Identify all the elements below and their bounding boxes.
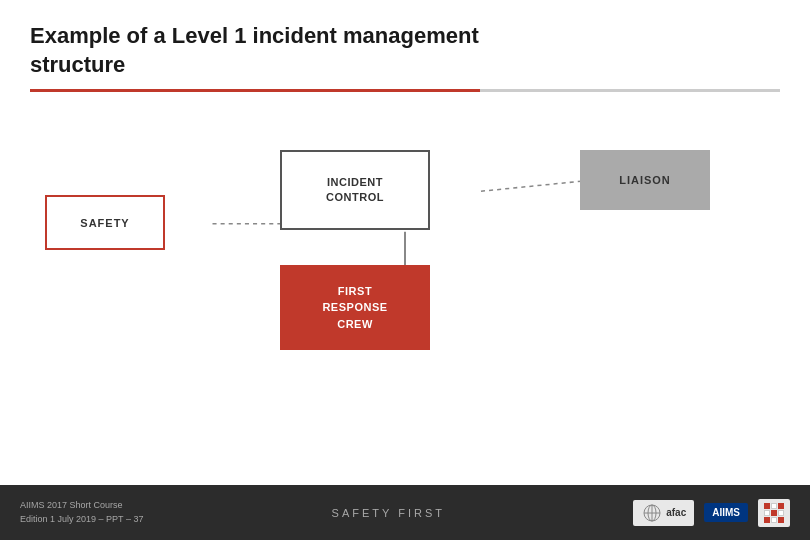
footer-left: AIIMS 2017 Short Course Edition 1 July 2…: [20, 499, 143, 526]
footer-edition-line1: AIIMS 2017 Short Course: [20, 499, 143, 513]
title-area: Example of a Level 1 incident management…: [0, 0, 810, 89]
footer-edition-line2: Edition 1 July 2019 – PPT – 37: [20, 513, 143, 527]
safety-box: SAFETY: [45, 195, 165, 250]
slide-title: Example of a Level 1 incident management…: [30, 22, 780, 79]
footer-logos: afac AIIMS: [633, 499, 790, 527]
first-response-crew-box: FIRSTRESPONSECREW: [280, 265, 430, 350]
footer-tagline: SAFETY FIRST: [332, 507, 445, 519]
title-divider: [30, 89, 780, 92]
afac-icon: [641, 504, 663, 522]
diagram-area: INCIDENTCONTROL LIAISON SAFETY FIRSTRESP…: [0, 95, 810, 480]
cfa-grid: [764, 503, 784, 523]
footer: AIIMS 2017 Short Course Edition 1 July 2…: [0, 485, 810, 540]
slide: Example of a Level 1 incident management…: [0, 0, 810, 540]
liaison-label: LIAISON: [619, 174, 671, 186]
incident-control-label: INCIDENTCONTROL: [326, 175, 384, 206]
incident-control-box: INCIDENTCONTROL: [280, 150, 430, 230]
safety-label: SAFETY: [80, 217, 129, 229]
afac-logo: afac: [633, 500, 694, 526]
aiims-logo: AIIMS: [704, 503, 748, 522]
cfa-logo: [758, 499, 790, 527]
svg-line-0: [481, 181, 582, 191]
liaison-box: LIAISON: [580, 150, 710, 210]
first-response-label: FIRSTRESPONSECREW: [322, 283, 387, 333]
